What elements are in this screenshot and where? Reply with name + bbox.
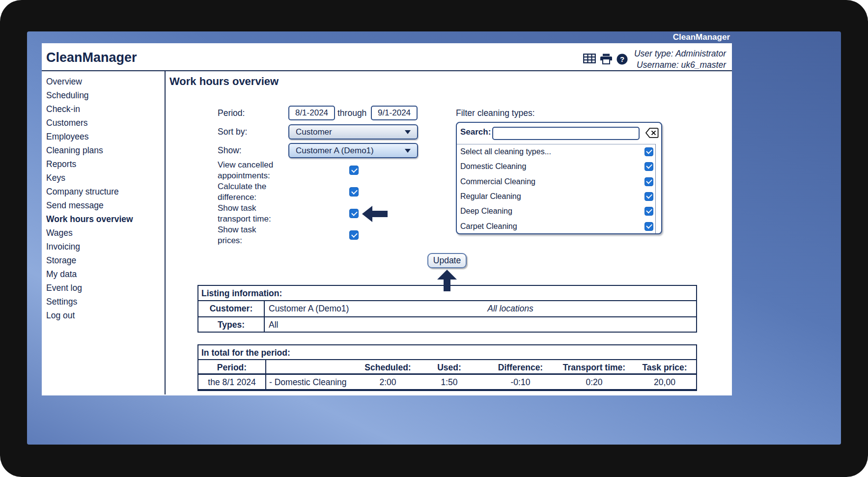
- cleaning-types-filter: Search: Select all cleanin: [456, 122, 662, 234]
- header-task: [266, 360, 362, 373]
- up-arrow-icon: [437, 270, 457, 291]
- show-select[interactable]: Customer A (Demo1): [288, 143, 418, 158]
- user-info: User type: Administrator Username: uk6_m…: [634, 43, 726, 71]
- table-icon[interactable]: [583, 54, 596, 63]
- listing-row-note: All locations: [454, 301, 567, 316]
- cleaning-type-label: Carpet Cleaning: [460, 222, 644, 231]
- sidebar-item-cleaning-plans[interactable]: Cleaning plans: [46, 143, 165, 157]
- show-task-prices-label: Show task prices:: [218, 224, 280, 246]
- user-type: User type: Administrator: [634, 48, 726, 59]
- sidebar-item-reports[interactable]: Reports: [46, 157, 165, 171]
- show-transport-time-label: Show task transport time:: [218, 203, 280, 224]
- view-cancelled-checkbox[interactable]: [349, 166, 359, 175]
- cleaning-type-option[interactable]: Select all cleaning types...: [457, 144, 655, 159]
- desktop-background: CleanManager CleanManager: [27, 31, 841, 445]
- update-button[interactable]: Update: [427, 253, 467, 268]
- sidebar-item-check-in[interactable]: Check-in: [46, 102, 165, 116]
- table-row: Types: All: [198, 316, 696, 332]
- search-input[interactable]: [492, 127, 640, 140]
- body-row: Overview Scheduling Check-in Customers E…: [42, 71, 732, 394]
- table-row: the 8/1 2024 - Domestic Cleaning 2:00 1:…: [198, 375, 696, 390]
- view-cancelled-label: View cancelled appointments:: [218, 160, 280, 181]
- header-icons: ?: [583, 54, 628, 71]
- sidebar-item-log-out[interactable]: Log out: [46, 309, 165, 322]
- sidebar-item-keys[interactable]: Keys: [46, 171, 165, 185]
- period-to-input[interactable]: [371, 106, 418, 120]
- cleaning-type-option[interactable]: Commercial Cleaning: [457, 174, 655, 189]
- app-header: CleanManager: [42, 43, 732, 71]
- cell-task: - Domestic Cleaning: [266, 375, 362, 389]
- sidebar-item-invoicing[interactable]: Invoicing: [46, 240, 165, 253]
- sidebar-item-event-log[interactable]: Event log: [46, 281, 165, 295]
- filter-title: Filter cleaning types:: [456, 106, 535, 121]
- totals-header-row: Period: Scheduled: Used: Difference: Tra…: [198, 360, 696, 375]
- sidebar-item-overview[interactable]: Overview: [46, 75, 165, 88]
- main-content: Work hours overview Period: through Sort…: [166, 71, 732, 394]
- cleaning-type-checkbox[interactable]: [644, 147, 653, 156]
- calculate-difference-checkbox[interactable]: [349, 187, 359, 196]
- listing-row-label: Customer:: [198, 301, 265, 316]
- sidebar-item-settings[interactable]: Settings: [46, 295, 165, 309]
- search-row: Search:: [457, 123, 661, 144]
- totals-table: In total for the period: Period: Schedul…: [197, 344, 697, 391]
- cleaning-type-checkbox[interactable]: [644, 177, 653, 186]
- cleaning-type-option[interactable]: Carpet Cleaning: [457, 219, 655, 233]
- cleaning-type-label: Regular Cleaning: [460, 192, 644, 201]
- clear-search-icon[interactable]: [645, 128, 659, 138]
- search-label: Search:: [460, 127, 491, 137]
- cell-used: 1:50: [414, 375, 485, 389]
- cleaning-type-option[interactable]: Domestic Cleaning: [457, 159, 655, 174]
- cleaning-type-option[interactable]: Regular Cleaning: [457, 189, 655, 204]
- show-value: Customer A (Demo1): [296, 146, 374, 155]
- cleaning-type-label: Domestic Cleaning: [460, 162, 644, 171]
- sidebar-item-wages[interactable]: Wages: [46, 226, 165, 240]
- sidebar-item-work-hours-overview[interactable]: Work hours overview: [46, 212, 165, 226]
- totals-title: In total for the period:: [198, 345, 696, 360]
- cleaning-type-checkbox[interactable]: [644, 162, 653, 171]
- window-title: CleanManager: [673, 32, 730, 42]
- header-used: Used:: [414, 360, 485, 373]
- cleaning-type-label: Commercial Cleaning: [460, 177, 644, 186]
- sidebar-item-customers[interactable]: Customers: [46, 116, 165, 130]
- app-page: CleanManager: [42, 43, 732, 395]
- cleaning-type-list: Select all cleaning types... Domestic Cl…: [457, 144, 656, 233]
- period-label: Period:: [218, 106, 245, 121]
- show-transport-time-checkbox[interactable]: [349, 209, 359, 218]
- username: Username: uk6_master: [634, 59, 726, 71]
- svg-text:?: ?: [620, 55, 624, 63]
- cleaning-type-checkbox[interactable]: [644, 207, 653, 216]
- listing-row-value: All: [265, 317, 278, 332]
- header-transport-time: Transport time:: [556, 360, 632, 373]
- help-icon[interactable]: ?: [616, 54, 628, 65]
- cleaning-type-option[interactable]: Deep Cleaning: [457, 204, 655, 219]
- left-arrow-icon: [362, 206, 388, 222]
- device-frame: CleanManager CleanManager: [0, 0, 868, 477]
- sort-by-value: Customer: [296, 127, 332, 137]
- sidebar-item-company-structure[interactable]: Company structure: [46, 185, 165, 198]
- sidebar-item-scheduling[interactable]: Scheduling: [46, 88, 165, 102]
- show-task-prices-checkbox[interactable]: [349, 230, 359, 240]
- calculate-difference-label: Calculate the difference:: [218, 181, 280, 203]
- chevron-down-icon: [405, 130, 411, 134]
- sidebar-item-send-message[interactable]: Send message: [46, 198, 165, 212]
- sidebar-item-storage[interactable]: Storage: [46, 253, 165, 267]
- cell-transport-time: 0:20: [556, 375, 632, 389]
- cell-difference: -0:10: [485, 375, 556, 389]
- through-label: through: [337, 106, 366, 121]
- sort-by-label: Sort by:: [218, 124, 247, 140]
- cleaning-type-label: Deep Cleaning: [460, 207, 644, 216]
- cell-period: the 8/1 2024: [198, 375, 266, 389]
- header-period: Period:: [198, 360, 266, 373]
- cleaning-type-checkbox[interactable]: [644, 222, 653, 231]
- listing-row-value: Customer A (Demo1): [265, 301, 349, 316]
- cleaning-type-label: Select all cleaning types...: [460, 147, 644, 156]
- period-from-input[interactable]: [288, 106, 335, 120]
- header-difference: Difference:: [485, 360, 556, 373]
- sidebar-item-employees[interactable]: Employees: [46, 130, 165, 143]
- listing-row-label: Types:: [198, 317, 265, 332]
- cell-task-price: 20,00: [632, 375, 697, 389]
- sidebar-item-my-data[interactable]: My data: [46, 267, 165, 281]
- sort-by-select[interactable]: Customer: [288, 124, 418, 140]
- print-icon[interactable]: [600, 54, 612, 64]
- cleaning-type-checkbox[interactable]: [644, 192, 653, 201]
